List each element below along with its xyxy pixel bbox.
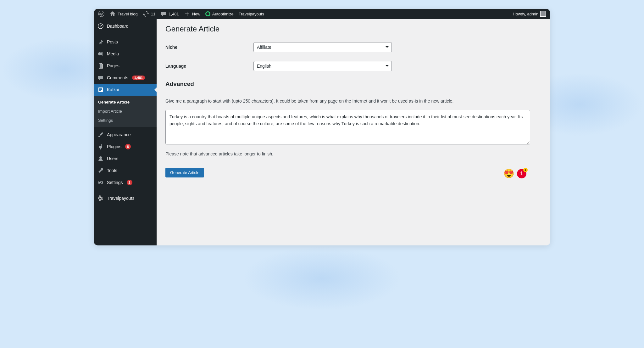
sidebar-item-comments[interactable]: Comments 1,481	[94, 72, 157, 84]
seed-paragraph-textarea[interactable]	[165, 110, 530, 144]
svg-point-3	[98, 52, 101, 55]
updates-link[interactable]: 11	[140, 9, 158, 19]
sidebar-item-plugins[interactable]: Plugins 6	[94, 141, 157, 153]
updates-count: 11	[151, 12, 155, 16]
advanced-heading: Advanced	[165, 81, 541, 87]
sidebar-item-label: Comments	[107, 75, 128, 80]
sidebar-item-travelpayouts[interactable]: Travelpayouts	[94, 192, 157, 204]
svg-point-2	[100, 26, 101, 27]
home-icon	[109, 11, 116, 17]
advanced-help-text: Give me a paragraph to start with (upto …	[165, 98, 541, 104]
sidebar-item-settings[interactable]: Settings 2	[94, 177, 157, 188]
sidebar-item-kafkai[interactable]: Kafkai	[94, 84, 157, 96]
comment-icon	[160, 11, 167, 17]
refresh-icon	[143, 11, 149, 17]
avatar	[540, 11, 546, 17]
plugins-badge: 6	[125, 144, 131, 149]
sidebar-item-posts[interactable]: Posts	[94, 36, 157, 48]
sidebar-item-label: Travelpayouts	[107, 196, 134, 201]
kafkai-submenu: Generate Article Import Article Settings	[94, 96, 157, 127]
site-name-text: Travel blog	[118, 12, 138, 16]
media-icon	[97, 51, 104, 57]
plus-icon	[184, 11, 190, 17]
new-content-button[interactable]: New	[181, 9, 203, 19]
sidebar-item-users[interactable]: Users	[94, 153, 157, 165]
content-area: Generate Article Niche Affiliate Languag…	[157, 19, 550, 245]
autoptimize-circle-icon	[205, 11, 210, 16]
sidebar-item-dashboard[interactable]: Dashboard	[94, 20, 157, 32]
generate-article-button[interactable]: Generate Article	[165, 168, 204, 177]
svg-rect-5	[99, 88, 102, 89]
app-window: Travel blog 11 1,481 New Autoptimize Tra…	[94, 9, 550, 245]
user-account-link[interactable]: Howdy, admin	[510, 9, 548, 19]
language-label: Language	[165, 64, 253, 69]
travelpayouts-top-label: Travelpayouts	[239, 12, 264, 16]
sidebar-item-label: Users	[107, 156, 119, 161]
sidebar-item-label: Posts	[107, 39, 118, 44]
sidebar-item-label: Plugins	[107, 144, 121, 149]
sidebar-item-label: Dashboard	[107, 24, 129, 29]
sidebar-item-tools[interactable]: Tools	[94, 165, 157, 177]
sidebar-item-label: Appearance	[107, 132, 131, 137]
howdy-text: Howdy, admin	[513, 12, 538, 16]
comment-icon	[97, 75, 104, 81]
sidebar-item-label: Media	[107, 51, 119, 56]
user-icon	[97, 155, 104, 162]
language-select[interactable]: English	[253, 61, 392, 71]
form-row-niche: Niche Affiliate	[165, 42, 541, 52]
autoptimize-link[interactable]: Autoptimize	[203, 9, 236, 19]
sidebar-item-pages[interactable]: Pages	[94, 60, 157, 72]
comments-link[interactable]: 1,481	[158, 9, 181, 19]
brush-icon	[97, 132, 104, 138]
comments-count: 1,481	[169, 12, 179, 16]
page-title: Generate Article	[165, 25, 541, 33]
wordpress-icon	[98, 11, 104, 17]
niche-select[interactable]: Affiliate	[253, 42, 392, 52]
sidebar-item-appearance[interactable]: Appearance	[94, 129, 157, 141]
travelpayouts-icon	[97, 195, 104, 201]
niche-label: Niche	[165, 45, 253, 50]
plug-icon	[97, 143, 104, 150]
new-label: New	[192, 12, 200, 16]
site-name-link[interactable]: Travel blog	[107, 9, 140, 19]
sidebar-item-label: Pages	[107, 63, 119, 68]
sidebar-item-media[interactable]: Media	[94, 48, 157, 60]
wrench-icon	[97, 167, 104, 174]
travelpayouts-top-link[interactable]: Travelpayouts	[236, 9, 267, 19]
submenu-import-article[interactable]: Import Article	[94, 107, 157, 116]
autoptimize-label: Autoptimize	[212, 12, 234, 16]
pin-icon	[97, 39, 104, 45]
svg-rect-7	[99, 90, 101, 91]
pages-icon	[97, 63, 104, 69]
admin-sidebar: Dashboard Posts Media Pages Comments 1,4…	[94, 19, 157, 245]
page-icon	[97, 87, 104, 93]
dashboard-icon	[97, 23, 104, 29]
divider	[165, 92, 541, 92]
settings-badge: 2	[127, 180, 132, 185]
wp-logo-button[interactable]	[96, 9, 107, 19]
submenu-generate-article[interactable]: Generate Article	[94, 98, 157, 107]
sidebar-item-label: Kafkai	[107, 87, 119, 92]
submenu-settings[interactable]: Settings	[94, 116, 157, 125]
comments-badge: 1,481	[132, 76, 145, 80]
sliders-icon	[97, 179, 104, 186]
svg-point-8	[99, 156, 102, 159]
sidebar-item-label: Settings	[107, 180, 123, 185]
form-row-language: Language English	[165, 61, 541, 71]
sidebar-item-label: Tools	[107, 168, 117, 173]
admin-body: Dashboard Posts Media Pages Comments 1,4…	[94, 19, 550, 245]
advanced-note: Please note that advanced articles take …	[165, 151, 541, 156]
svg-rect-6	[99, 89, 102, 90]
admin-bar: Travel blog 11 1,481 New Autoptimize Tra…	[94, 9, 550, 19]
